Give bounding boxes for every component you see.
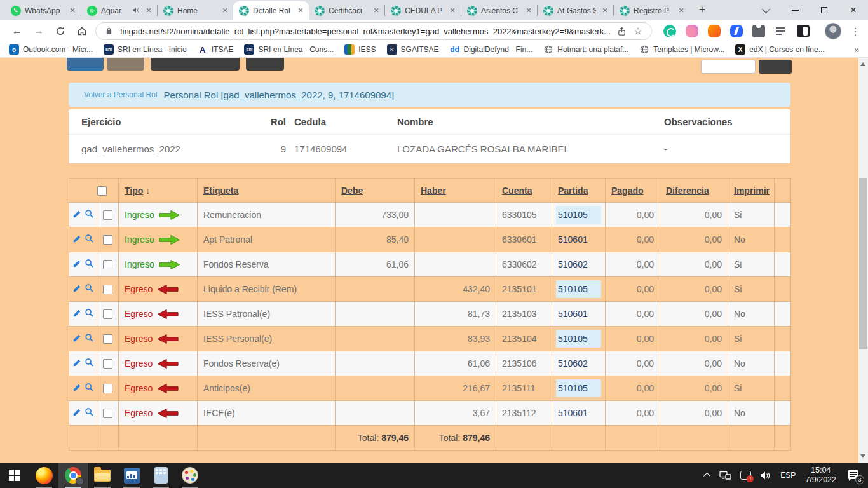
close-icon[interactable]: × [144, 6, 154, 16]
share-icon[interactable] [616, 27, 627, 36]
edit-icon[interactable] [72, 284, 81, 295]
row-checkbox[interactable] [103, 334, 112, 344]
address-bar[interactable]: fingads.net/sf2/nomina/detalle_rol_list.… [95, 22, 652, 40]
grammarly-extension-icon[interactable] [663, 25, 676, 37]
header-etiqueta[interactable]: Etiqueta [198, 179, 336, 203]
header-pagado[interactable]: Pagado [606, 179, 660, 203]
toolbar-button-dark-wide-partial[interactable] [151, 58, 240, 71]
lock-icon[interactable] [104, 27, 115, 36]
tab-whatsapp[interactable]: WhatsApp × [5, 1, 81, 20]
partida-link[interactable]: 510105 [556, 379, 601, 397]
edit-icon[interactable] [72, 358, 81, 369]
edit-icon[interactable] [72, 309, 81, 320]
partida-link[interactable]: 510602 [556, 355, 601, 372]
header-cuenta[interactable]: Cuenta [496, 179, 552, 203]
orange-extension-icon[interactable] [708, 25, 721, 37]
row-checkbox[interactable] [103, 359, 112, 369]
tab-cedula[interactable]: CEDULA P × [385, 1, 461, 20]
view-icon[interactable] [85, 259, 94, 270]
view-icon[interactable] [85, 209, 94, 220]
start-button[interactable] [0, 463, 29, 488]
edit-icon[interactable] [72, 210, 81, 220]
partida-link[interactable]: 510601 [556, 305, 601, 323]
new-tab-button[interactable]: + [693, 1, 711, 19]
header-imprimir[interactable]: Imprimir [728, 179, 775, 203]
bookmark-outlook[interactable]: oOutlook.com - Micr... [9, 44, 93, 55]
partida-link[interactable]: 510602 [556, 255, 601, 273]
partida-link[interactable]: 510105 [556, 330, 601, 348]
profile-avatar[interactable] [825, 23, 841, 39]
bookmark-sri-inicio[interactable]: SRISRI en Línea - Inicio [104, 44, 187, 55]
tab-asientos[interactable]: Asientos C × [461, 1, 537, 20]
back-to-personal-rol-link[interactable]: Volver a Personal Rol [84, 90, 157, 99]
edit-icon[interactable] [72, 259, 81, 270]
bookmark-star-icon[interactable]: ☆ [632, 25, 644, 37]
taskbar-chrome[interactable] [58, 463, 88, 488]
blue-extension-icon[interactable] [730, 25, 743, 37]
taskbar-control-panel[interactable] [117, 463, 146, 488]
row-checkbox[interactable] [103, 409, 112, 418]
view-icon[interactable] [85, 308, 94, 320]
select-all-checkbox[interactable] [97, 186, 107, 196]
header-partida[interactable]: Partida [552, 179, 606, 203]
edit-icon[interactable] [72, 408, 81, 419]
bookmark-itsae[interactable]: AITSAE [198, 44, 234, 55]
bookmark-edx[interactable]: XedX | Cursos en líne... [735, 44, 825, 55]
scroll-up-icon[interactable] [860, 62, 865, 66]
tab-at-gastos[interactable]: At Gastos S × [538, 1, 613, 20]
bookmark-digitaldefynd[interactable]: ddDigitalDefynd - Fin... [450, 44, 533, 55]
taskbar-calculator[interactable] [146, 463, 175, 488]
action-alert-icon[interactable]: ! [736, 463, 756, 488]
browser-menu-icon[interactable]: ⋮ [849, 25, 862, 37]
home-button[interactable] [71, 22, 93, 40]
volume-icon[interactable] [756, 463, 776, 488]
partida-link[interactable]: 510105 [556, 280, 601, 298]
tab-registro[interactable]: Registro P × [614, 1, 689, 20]
header-diferencia[interactable]: Diferencia [660, 179, 728, 203]
row-checkbox[interactable] [103, 235, 112, 245]
network-display-icon[interactable] [715, 463, 736, 488]
close-icon[interactable]: × [67, 6, 78, 16]
view-icon[interactable] [85, 383, 94, 394]
reading-list-icon[interactable] [775, 25, 787, 37]
reload-button[interactable] [50, 22, 71, 40]
bookmark-sri-consultas[interactable]: SRISRI en Línea - Cons... [244, 44, 334, 55]
close-icon[interactable]: × [600, 6, 610, 16]
edit-icon[interactable] [72, 334, 81, 344]
header-haber[interactable]: Haber [415, 179, 496, 203]
url-text[interactable]: fingads.net/sf2/nomina/detalle_rol_list.… [120, 27, 611, 36]
toolbar-button-dark-partial[interactable] [246, 58, 284, 71]
scroll-down-icon[interactable] [860, 454, 865, 458]
view-icon[interactable] [85, 358, 94, 369]
tab-detalle-rol-active[interactable]: Detalle Rol × [233, 1, 309, 20]
header-tipo[interactable]: Tipo ↓ [119, 179, 198, 203]
close-icon[interactable]: × [676, 6, 686, 16]
taskbar-firefox[interactable] [29, 463, 58, 488]
close-icon[interactable]: × [447, 6, 458, 16]
toolbar-button-blue-partial[interactable] [67, 58, 104, 71]
edit-icon[interactable] [72, 383, 81, 394]
tab-search-chevron-icon[interactable] [751, 0, 780, 20]
partida-link[interactable]: 510601 [556, 231, 601, 248]
scrollbar-thumb[interactable] [859, 178, 867, 349]
tab-certificacion[interactable]: Certificaci × [309, 1, 384, 20]
language-indicator[interactable]: ESP [776, 463, 800, 488]
tab-audio-icon[interactable] [132, 6, 140, 16]
toolbar-button-taupe-partial[interactable] [107, 58, 144, 71]
records-per-page-input[interactable] [701, 60, 756, 74]
view-icon[interactable] [85, 283, 94, 295]
partida-link[interactable]: 510105 [556, 206, 601, 224]
partida-link[interactable]: 510601 [556, 404, 601, 422]
row-checkbox[interactable] [103, 260, 112, 269]
more-bookmarks-icon[interactable]: » [854, 44, 859, 55]
back-button[interactable]: ← [6, 22, 28, 40]
maximize-button[interactable] [810, 0, 839, 20]
minimize-button[interactable] [780, 0, 810, 20]
close-icon[interactable]: × [524, 6, 534, 16]
window-close-button[interactable]: × [839, 0, 868, 20]
bookmark-hotmart[interactable]: Hotmart: una plataf... [543, 44, 628, 55]
bookmark-templates[interactable]: Templates | Microw... [639, 44, 724, 55]
close-icon[interactable]: × [371, 6, 381, 16]
vertical-scrollbar[interactable] [858, 58, 868, 463]
row-checkbox[interactable] [103, 210, 112, 220]
